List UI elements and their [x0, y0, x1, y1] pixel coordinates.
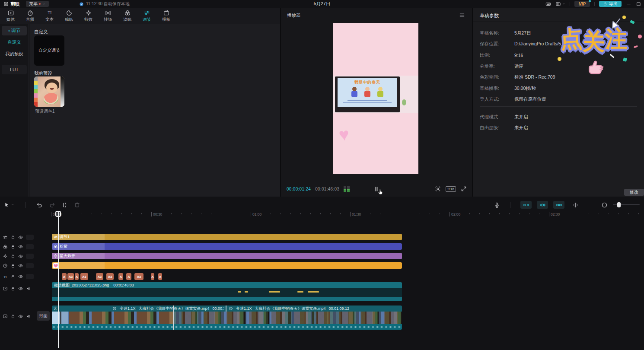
- export-button[interactable]: 导出: [599, 1, 622, 7]
- sidebar-item[interactable]: 我的预设: [2, 49, 27, 59]
- autosave-status: 11:12:40 自动保存本地: [79, 1, 130, 7]
- toolbar-tab[interactable]: 贴纸: [59, 10, 79, 22]
- chevron-down-icon[interactable]: [11, 203, 14, 207]
- video-clip-fragment[interactable]: 大: [52, 305, 57, 312]
- clip-boundary[interactable]: [173, 305, 174, 330]
- text-clip[interactable]: A: [75, 273, 79, 280]
- effect-clip[interactable]: 调节1: [52, 234, 402, 240]
- custom-adjust-tile[interactable]: 自定义调节: [34, 35, 64, 66]
- param-value[interactable]: 保留在原有位置: [514, 96, 546, 102]
- keyframe-mark[interactable]: [238, 291, 241, 293]
- preview-axis-toggle[interactable]: [570, 201, 581, 209]
- sidebar-item[interactable]: 调节: [2, 26, 27, 35]
- zoom-out-icon[interactable]: [601, 202, 608, 208]
- text-clip[interactable]: A3: [80, 273, 88, 280]
- mute-icon[interactable]: [26, 314, 31, 319]
- audio-waveform[interactable]: [52, 324, 402, 330]
- video-preview[interactable]: 我眼中的春天 ♥: [333, 23, 418, 174]
- lock-icon[interactable]: [10, 263, 16, 268]
- undo-icon[interactable]: [36, 202, 43, 208]
- playhead-handle[interactable]: [55, 211, 61, 217]
- video-filmstrip[interactable]: [52, 312, 402, 324]
- keyframe-mark[interactable]: [269, 291, 280, 293]
- cover-button[interactable]: 封面: [37, 311, 50, 321]
- visibility-icon[interactable]: [18, 263, 23, 268]
- layout-icon[interactable]: [555, 1, 561, 7]
- toolbar-tab[interactable]: 特效: [79, 10, 98, 22]
- preview-quality-icon[interactable]: [435, 186, 441, 192]
- redo-icon[interactable]: [49, 202, 55, 208]
- sidebar-item[interactable]: LUT: [2, 65, 27, 74]
- keyframe-mark[interactable]: [297, 291, 303, 293]
- modify-button[interactable]: 修改: [624, 189, 644, 196]
- toolbar-tab[interactable]: 调节: [137, 10, 156, 22]
- fullscreen-icon[interactable]: [461, 186, 467, 192]
- param-value[interactable]: D:/JianyingPro Drafts/5月2: [514, 41, 568, 47]
- chevron-down-icon[interactable]: [562, 2, 565, 6]
- param-value[interactable]: 30.00帧/秒: [514, 86, 536, 92]
- video-clip-header[interactable]: 变速1.1X 大班社会《我眼中的春天》课堂实录.mp4 00:00:34:25: [110, 305, 224, 312]
- video-clip-header[interactable]: 变速1.1X 大班社会《我眼中的春天》课堂实录.mp4 00:01:09:12: [226, 305, 402, 312]
- keyframe-mark[interactable]: [245, 291, 248, 293]
- lock-icon[interactable]: [10, 254, 16, 259]
- maximize-button[interactable]: [636, 1, 641, 7]
- visibility-icon[interactable]: [18, 235, 23, 240]
- effect-clip[interactable]: 星火炸开: [52, 253, 402, 259]
- minimize-button[interactable]: [626, 1, 631, 7]
- auto-snap-toggle[interactable]: [537, 201, 548, 209]
- lock-icon[interactable]: [10, 274, 16, 279]
- vip-button[interactable]: VIP: [574, 1, 590, 7]
- effect-clip[interactable]: [52, 262, 402, 269]
- split-clip-icon[interactable]: [61, 202, 68, 208]
- param-label: 色彩空间:: [480, 74, 514, 80]
- text-clip[interactable]: A3: [106, 273, 114, 280]
- record-voiceover-icon[interactable]: [494, 202, 500, 208]
- param-value[interactable]: 标准 SDR - Rec.709: [514, 74, 555, 80]
- text-clip[interactable]: A3: [134, 273, 143, 280]
- param-value[interactable]: 适应: [514, 64, 523, 70]
- keyframe-mark[interactable]: [308, 291, 319, 293]
- lock-icon[interactable]: [10, 314, 16, 319]
- text-clip[interactable]: A: [151, 273, 154, 280]
- visibility-icon[interactable]: [18, 314, 23, 319]
- player-menu-icon[interactable]: [459, 12, 465, 18]
- param-row: 分辨率: 适应: [480, 61, 640, 72]
- text-clip[interactable]: A: [126, 273, 131, 280]
- delete-icon[interactable]: [74, 202, 80, 208]
- shortcuts-icon[interactable]: [545, 1, 551, 7]
- zoom-slider-handle[interactable]: [617, 202, 621, 207]
- main-track-magnet-toggle[interactable]: [520, 201, 532, 209]
- param-value[interactable]: 9:16: [514, 53, 523, 58]
- toolbar-tab[interactable]: 音频: [20, 10, 40, 22]
- aspect-ratio-button[interactable]: 9:16: [446, 186, 456, 192]
- image-clip[interactable]: 微信截图_20230527111025.png 00:01:46:03: [52, 282, 402, 301]
- select-tool-icon[interactable]: [3, 202, 10, 208]
- toolbar-tab[interactable]: 转场: [98, 10, 118, 22]
- text-clip[interactable]: A: [118, 273, 123, 280]
- text-clip[interactable]: A: [158, 273, 162, 280]
- playhead[interactable]: [58, 212, 59, 348]
- toolbar-tab[interactable]: 媒体: [1, 10, 20, 22]
- link-toggle[interactable]: [553, 201, 564, 209]
- timeline-ruler[interactable]: 00:00 00:30 01:00 01:30 02:00 02:30: [0, 211, 644, 218]
- visibility-icon[interactable]: [18, 286, 23, 291]
- effect-clip[interactable]: 粉紫: [52, 243, 402, 250]
- visibility-icon[interactable]: [18, 244, 23, 249]
- param-value[interactable]: 5月27日: [514, 30, 531, 36]
- lock-icon[interactable]: [10, 244, 16, 249]
- sidebar-item[interactable]: 自定义: [2, 38, 27, 47]
- visibility-icon[interactable]: [18, 254, 23, 259]
- menu-button[interactable]: 菜单: [26, 1, 49, 7]
- toolbar-tab[interactable]: 滤镜: [118, 10, 137, 22]
- visibility-icon[interactable]: [18, 274, 23, 279]
- text-clip[interactable]: A3: [96, 273, 103, 280]
- text-clip[interactable]: A3: [67, 273, 74, 280]
- text-clip[interactable]: A: [62, 273, 67, 280]
- toolbar-tab[interactable]: TI 文本: [40, 10, 59, 22]
- mute-icon[interactable]: [26, 286, 31, 291]
- lock-icon[interactable]: [10, 235, 16, 240]
- lock-icon[interactable]: [10, 286, 16, 291]
- toolbar-tab[interactable]: 模板: [156, 10, 176, 22]
- preset-thumbnail[interactable]: [34, 76, 64, 107]
- timeline-zoom-slider[interactable]: [613, 204, 640, 205]
